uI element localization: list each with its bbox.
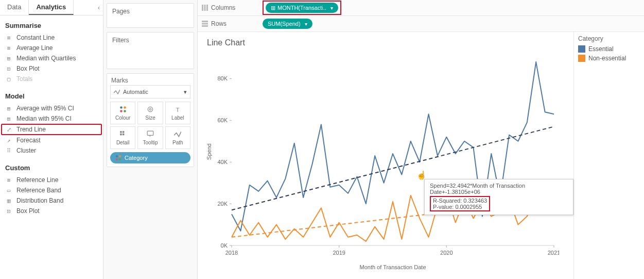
summarise-item-totals: ▢Totals xyxy=(1,74,102,84)
marks-label-button[interactable]: TLabel xyxy=(165,102,190,124)
legend-item-label: Essential xyxy=(588,45,614,53)
svg-text:20K: 20K xyxy=(217,201,228,207)
marks-detail-button[interactable]: Detail xyxy=(110,126,135,149)
legend-swatch xyxy=(578,55,585,62)
marks-tooltip-button[interactable]: Tooltip xyxy=(137,126,163,149)
analytics-item-label: Box Plot xyxy=(16,207,40,215)
chevron-down-icon: ▾ xyxy=(184,89,187,95)
svg-point-0 xyxy=(120,106,123,109)
tab-analytics[interactable]: Analytics xyxy=(29,0,74,15)
custom-item-reference-line[interactable]: ≡Reference Line xyxy=(1,175,102,185)
svg-point-2 xyxy=(120,110,123,112)
svg-point-5 xyxy=(149,108,151,110)
legend-item-essential[interactable]: Essential xyxy=(578,44,640,54)
custom-item-reference-band[interactable]: ▭Reference Band xyxy=(1,185,102,195)
analytics-item-label: Box Plot xyxy=(16,65,40,72)
analytics-item-label: Distribution Band xyxy=(16,197,63,204)
svg-point-14 xyxy=(116,158,118,160)
automatic-mark-icon xyxy=(114,89,120,95)
colour-dots-icon xyxy=(115,155,121,161)
svg-text:80K: 80K xyxy=(217,75,228,81)
analytics-item-label: Constant Line xyxy=(16,34,55,41)
summarise-item-median-with-quartiles[interactable]: ⊞Median with Quartiles xyxy=(1,53,102,63)
pages-shelf[interactable]: Pages xyxy=(107,4,194,19)
analytics-item-icon: ⊞ xyxy=(5,105,12,112)
section-custom: Custom xyxy=(0,158,103,175)
legend-title: Category xyxy=(578,35,640,44)
analytics-item-label: Cluster xyxy=(16,147,36,154)
collapse-sidebar-icon[interactable]: ‹ xyxy=(95,0,103,15)
summarise-item-constant-line[interactable]: ≡Constant Line xyxy=(1,32,102,43)
analytics-item-icon: ↗ xyxy=(5,137,12,144)
marks-title: Marks xyxy=(107,74,194,85)
marks-cell-label: Path xyxy=(172,140,183,145)
marks-cell-label: Tooltip xyxy=(143,140,158,145)
analytics-item-label: Median with 95% CI xyxy=(16,115,72,122)
svg-point-1 xyxy=(124,106,126,109)
rows-pill-sum-spend[interactable]: SUM(Spend) ▾ xyxy=(263,19,312,29)
marks-cell-label: Label xyxy=(171,115,184,121)
summarise-item-average-line[interactable]: ≡Average Line xyxy=(1,43,102,53)
analytics-item-label: Average with 95% CI xyxy=(16,105,74,112)
analytics-item-icon: ⊡ xyxy=(5,65,12,72)
legend-swatch xyxy=(578,45,585,53)
section-summarise: Summarise xyxy=(0,15,103,32)
svg-text:2019: 2019 xyxy=(333,250,345,256)
filters-shelf[interactable]: Filters xyxy=(107,32,194,48)
chevron-down-icon: ▾ xyxy=(305,21,307,27)
custom-item-box-plot[interactable]: ⊡Box Plot xyxy=(1,206,102,216)
analytics-item-icon: ⊞ xyxy=(5,116,12,122)
trend-tooltip: Spend=32.4942*Month of Transaction Date+… xyxy=(424,179,573,215)
columns-pill-label: MONTH(Transacti.. xyxy=(277,5,326,11)
marks-type-select[interactable]: Automatic ▾ xyxy=(110,85,190,99)
tooltip-icon xyxy=(147,130,154,139)
svg-point-15 xyxy=(119,158,121,160)
marks-colour-pill-label: Category xyxy=(125,155,148,161)
detail-icon xyxy=(119,130,127,139)
analytics-item-icon: ▢ xyxy=(5,76,12,83)
columns-pill-month-transaction[interactable]: ⊞ MONTH(Transacti.. ▾ xyxy=(266,3,338,13)
tab-data[interactable]: Data xyxy=(0,0,29,15)
svg-rect-18 xyxy=(206,5,208,11)
tooltip-p-value: P-value: 0.0002955 xyxy=(433,204,487,210)
model-item-median-with-95-ci[interactable]: ⊞Median with 95% CI xyxy=(1,113,102,124)
analytics-item-icon: ≡ xyxy=(5,35,12,41)
label-icon: T xyxy=(174,106,181,114)
model-item-average-with-95-ci[interactable]: ⊞Average with 95% CI xyxy=(1,103,102,113)
analytics-item-icon: ⤢ xyxy=(5,126,12,133)
model-item-cluster[interactable]: ⠿Cluster xyxy=(1,145,102,156)
svg-point-13 xyxy=(119,155,121,157)
analytics-item-label: Forecast xyxy=(16,137,41,144)
marks-path-button[interactable]: Path xyxy=(165,126,190,149)
svg-text:2020: 2020 xyxy=(440,250,452,256)
analytics-item-icon: ⊞ xyxy=(5,55,12,62)
chart-title: Line Chart xyxy=(204,36,567,47)
columns-shelf-icon xyxy=(202,5,208,11)
analytics-item-label: Average Line xyxy=(16,44,53,52)
legend-item-non-essential[interactable]: Non-essential xyxy=(578,54,640,63)
summarise-item-box-plot[interactable]: ⊡Box Plot xyxy=(1,63,102,74)
model-item-trend-line[interactable]: ⤢Trend Line xyxy=(1,124,102,135)
svg-text:Spend: Spend xyxy=(206,143,212,160)
custom-item-distribution-band[interactable]: ▥Distribution Band xyxy=(1,195,102,206)
svg-rect-10 xyxy=(122,133,124,135)
line-chart[interactable]: 0K20K40K60K80K2018201920202021Month of T… xyxy=(204,47,559,274)
legend-item-label: Non-essential xyxy=(588,55,626,62)
tooltip-equation: Spend=32.4942*Month of Transaction Date+… xyxy=(430,183,568,195)
svg-text:60K: 60K xyxy=(217,117,228,123)
svg-point-4 xyxy=(148,107,152,111)
svg-rect-17 xyxy=(204,5,206,11)
analytics-item-icon: ▭ xyxy=(5,187,12,194)
svg-text:2021: 2021 xyxy=(548,250,559,256)
analytics-item-icon: ⠿ xyxy=(5,147,12,154)
analytics-item-label: Reference Line xyxy=(16,176,58,184)
analytics-item-label: Totals xyxy=(16,75,32,83)
model-item-forecast[interactable]: ↗Forecast xyxy=(1,135,102,145)
marks-colour-button[interactable]: Colour xyxy=(110,102,135,124)
columns-label: Columns xyxy=(211,4,235,11)
marks-size-button[interactable]: Size xyxy=(137,102,163,124)
analytics-item-icon: ⊡ xyxy=(5,208,12,215)
marks-cell-label: Detail xyxy=(116,140,130,145)
svg-rect-11 xyxy=(147,131,153,135)
marks-colour-pill-category[interactable]: Category xyxy=(110,152,190,163)
